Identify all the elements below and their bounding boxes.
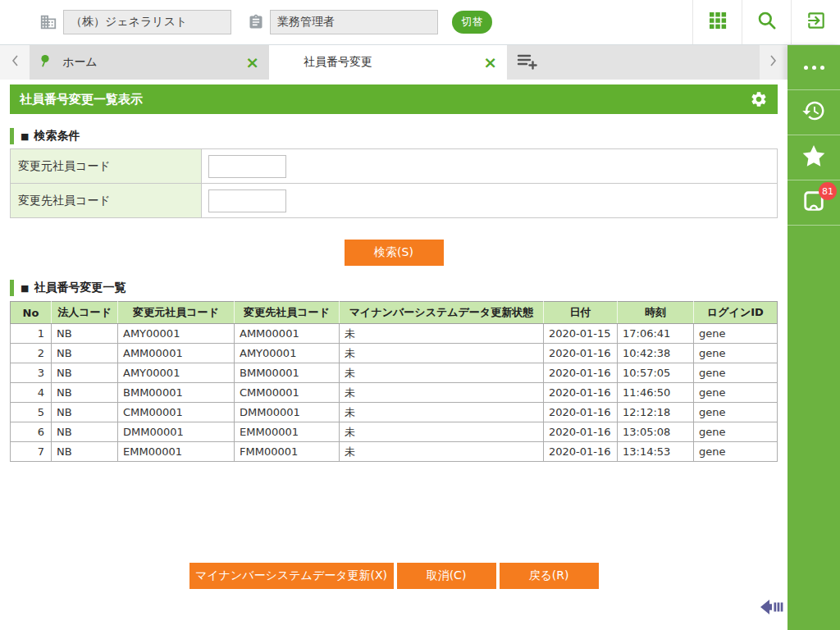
table-cell: 未	[340, 363, 544, 383]
search-form-body: 変更元社員コード変更先社員コード	[11, 149, 778, 218]
table-cell: FMM00001	[235, 442, 340, 462]
table-cell: DMM00001	[235, 403, 340, 422]
table-header-row: No法人コード変更元社員コード変更先社員コードマイナンバーシステムデータ更新状態…	[11, 302, 778, 324]
form-row: 変更元社員コード	[11, 149, 778, 184]
pin-icon	[39, 54, 51, 71]
tab-bar: ホーム × 社員番号変更 ×	[0, 45, 788, 80]
table-cell: 2020-01-16	[544, 363, 618, 383]
search-button[interactable]: 検索(S)	[345, 240, 444, 266]
table-row: 6NBDMM00001EMM00001未2020-01-1613:05:08ge…	[11, 422, 778, 442]
table-cell: EMM00001	[118, 442, 235, 462]
table-cell: NB	[52, 324, 118, 344]
topbar-icon-group	[692, 0, 840, 44]
section-marker: ■	[21, 131, 29, 142]
table-cell: 4	[11, 383, 52, 403]
logout-icon	[806, 10, 827, 34]
table-cell: 2020-01-16	[544, 442, 618, 462]
table-row: 4NBBMM00001CMM00001未2020-01-1611:46:50ge…	[11, 383, 778, 403]
chevron-right-icon	[769, 53, 778, 71]
table-cell: gene	[694, 383, 778, 403]
ellipsis-icon	[804, 66, 824, 70]
table-cell: 未	[340, 442, 544, 462]
table-cell: NB	[52, 403, 118, 422]
field-input[interactable]	[208, 189, 286, 212]
collapse-sidebar-button[interactable]	[760, 598, 786, 619]
role-input[interactable]	[270, 10, 438, 34]
apps-menu-button[interactable]	[692, 0, 742, 44]
table-cell: 未	[340, 403, 544, 422]
change-list-body: 1NBAMY00001AMM00001未2020-01-1517:06:41ge…	[11, 324, 778, 462]
switch-button[interactable]: 切替	[452, 11, 492, 34]
logout-button[interactable]	[791, 0, 840, 44]
tab-employee-number-change[interactable]: 社員番号変更 ×	[269, 45, 507, 80]
page-title: 社員番号変更一覧表示	[20, 92, 143, 107]
add-tab-button[interactable]	[507, 45, 546, 80]
column-header: No	[11, 302, 52, 324]
table-cell: NB	[52, 422, 118, 442]
page-content: 社員番号変更一覧表示 ■ 検索条件 変更元社員コード変更先社員コード 検索(S)	[0, 80, 788, 630]
search-button-row: 検索(S)	[10, 240, 778, 266]
table-cell: 未	[340, 344, 544, 363]
table-cell: 未	[340, 422, 544, 442]
close-tab-icon[interactable]: ×	[245, 54, 259, 71]
table-cell: 2020-01-16	[544, 383, 618, 403]
table-row: 1NBAMY00001AMM00001未2020-01-1517:06:41ge…	[11, 324, 778, 344]
notifications-button[interactable]: 81	[788, 180, 840, 226]
search-icon	[756, 10, 778, 34]
star-icon	[801, 143, 827, 172]
table-cell: gene	[694, 403, 778, 422]
table-cell: 2020-01-16	[544, 422, 618, 442]
table-cell: gene	[694, 422, 778, 442]
table-cell: 10:57:05	[618, 363, 694, 383]
field-input[interactable]	[208, 155, 286, 178]
gear-icon[interactable]	[750, 90, 768, 108]
table-cell: 17:06:41	[618, 324, 694, 344]
table-cell: 10:42:38	[618, 344, 694, 363]
more-menu-button[interactable]	[788, 45, 840, 90]
history-button[interactable]	[788, 90, 840, 135]
table-cell: AMY00001	[118, 363, 235, 383]
field-label: 変更先社員コード	[11, 184, 202, 218]
table-cell: gene	[694, 344, 778, 363]
table-cell: AMY00001	[235, 344, 340, 363]
table-cell: BMM00001	[235, 363, 340, 383]
top-bar: 切替	[0, 0, 840, 45]
section-title: 検索条件	[34, 129, 80, 144]
tab-scroll-left-button[interactable]	[0, 45, 30, 80]
table-cell: EMM00001	[235, 422, 340, 442]
table-row: 2NBAMM00001AMY00001未2020-01-1610:42:38ge…	[11, 344, 778, 363]
table-cell: NB	[52, 442, 118, 462]
table-cell: 未	[340, 324, 544, 344]
favorites-button[interactable]	[788, 135, 840, 180]
table-cell: CMM00001	[118, 403, 235, 422]
table-cell: 11:46:50	[618, 383, 694, 403]
mynumber-update-button[interactable]: マイナンバーシステムデータ更新(X)	[189, 563, 394, 589]
column-header: マイナンバーシステムデータ更新状態	[340, 302, 544, 324]
search-section-header: ■ 検索条件	[10, 128, 778, 144]
close-tab-icon[interactable]: ×	[483, 54, 497, 71]
back-button[interactable]: 戻る(R)	[500, 563, 599, 589]
cancel-button[interactable]: 取消(C)	[397, 563, 496, 589]
table-row: 3NBAMY00001BMM00001未2020-01-1610:57:05ge…	[11, 363, 778, 383]
column-header: 変更元社員コード	[118, 302, 235, 324]
table-cell: gene	[694, 324, 778, 344]
role-clipboard-icon	[248, 14, 264, 30]
section-marker: ■	[21, 283, 29, 294]
table-cell: 5	[11, 403, 52, 422]
table-cell: AMM00001	[235, 324, 340, 344]
add-tab-icon	[516, 51, 538, 74]
change-list-table: No法人コード変更元社員コード変更先社員コードマイナンバーシステムデータ更新状態…	[10, 301, 778, 462]
tab-bar-spacer	[507, 45, 760, 80]
table-cell: 13:14:53	[618, 442, 694, 462]
tab-scroll-right-button[interactable]	[760, 45, 788, 80]
tab-label: ホーム	[62, 55, 245, 70]
table-row: 7NBEMM00001FMM00001未2020-01-1613:14:53ge…	[11, 442, 778, 462]
company-input[interactable]	[63, 10, 231, 34]
tab-home[interactable]: ホーム ×	[30, 45, 269, 80]
table-cell: AMY00001	[118, 324, 235, 344]
table-cell: CMM00001	[235, 383, 340, 403]
global-search-button[interactable]	[742, 0, 791, 44]
notification-badge: 81	[819, 182, 837, 200]
section-title: 社員番号変更一覧	[34, 281, 126, 295]
column-header: 日付	[544, 302, 618, 324]
